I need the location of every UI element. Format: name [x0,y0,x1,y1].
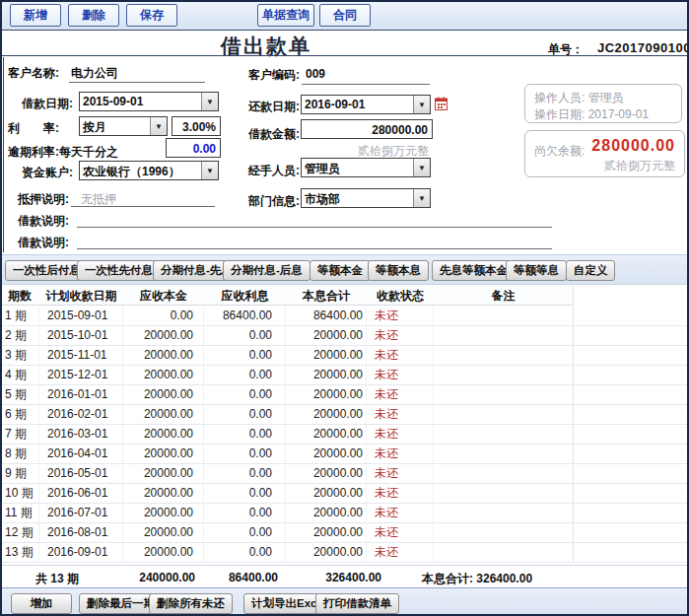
department-label: 部门信息: [248,193,300,210]
equal-amount-equal-interest-button[interactable]: 等额等息 [506,260,567,281]
custom-plan-button[interactable]: 自定义 [566,260,615,281]
cell-plan-date: 2015-11-01 [39,346,123,365]
cell-total: 20000.00 [286,523,367,542]
loan-note1-label: 借款说明: [18,213,69,230]
cell-status: 未还 [367,464,434,483]
table-row[interactable]: 12 期 2016-08-01 20000.00 0.00 20000.00 未… [0,523,689,543]
fund-account-select[interactable]: 农业银行（1996） ▼ [79,161,219,180]
loan-note2-field[interactable] [77,248,552,249]
cell-plan-date: 2016-08-01 [39,523,123,542]
loan-date-select[interactable]: 2015-09-01 ▼ [79,92,219,111]
handler-select[interactable]: 管理员 ▼ [301,158,431,177]
rate-value-input[interactable]: 3.00% [172,116,221,136]
print-loan-list-button[interactable]: 打印借款清单 [315,593,399,614]
cell-remark [434,307,574,325]
contract-button[interactable]: 合同 [319,4,371,27]
handler-label: 经手人员: [248,163,300,179]
col-status: 收款状态 [367,286,434,305]
overdue-rate-input[interactable]: 0.00 [166,138,221,158]
add-period-button[interactable]: 增加 [11,593,72,614]
loan-note2-label: 借款说明: [18,235,69,251]
delete-button[interactable]: 删除 [68,4,119,27]
cell-remark [434,366,574,384]
cell-plan-date: 2016-01-01 [39,385,123,404]
lumpsum-pre-interest-button[interactable]: 一次性先付息 [77,260,161,281]
equal-installment-button[interactable]: 等额本息 [368,260,429,281]
chevron-down-icon[interactable]: ▼ [413,159,430,176]
cell-principal: 20000.00 [123,445,204,463]
installment-post-interest-button[interactable]: 分期付息-后息 [223,260,310,281]
footer-grand-total: 本息合计: 326400.00 [422,571,532,587]
table-row[interactable]: 10 期 2016-06-01 20000.00 0.00 20000.00 未… [0,484,689,504]
customer-name-underline [69,82,205,83]
cell-total: 20000.00 [286,326,367,345]
chevron-down-icon[interactable]: ▼ [201,162,218,179]
balance-panel: 尚欠余额: 280000.00 贰拾捌万元整 [524,130,685,177]
cell-total: 86400.00 [286,307,367,325]
loan-note1-field[interactable] [77,227,552,228]
table-row[interactable]: 5 期 2016-01-01 20000.00 0.00 20000.00 未还 [0,385,689,405]
table-row[interactable]: 3 期 2015-11-01 20000.00 0.00 20000.00 未还 [0,346,689,366]
cell-principal: 20000.00 [123,366,204,384]
cell-remark [434,425,574,444]
footer-row-total: 326400.00 [296,571,381,584]
repay-date-value: 2016-09-01 [302,96,413,113]
cell-total: 20000.00 [286,504,367,522]
cell-plan-date: 2016-04-01 [39,445,123,463]
col-principal: 应收本金 [123,286,204,305]
calendar-icon[interactable] [435,97,448,110]
cell-remark [434,405,574,424]
title-divider [2,55,687,56]
equal-principal-button[interactable]: 等额本金 [310,260,371,281]
delete-all-unpaid-button[interactable]: 删除所有未还 [149,593,233,614]
rate-type-select[interactable]: 按月 ▼ [79,116,168,136]
cell-remark [434,523,574,542]
table-row[interactable]: 2 期 2015-10-01 20000.00 0.00 20000.00 未还 [0,326,689,346]
cell-interest: 0.00 [204,445,286,463]
table-row[interactable]: 7 期 2016-03-01 20000.00 0.00 20000.00 未还 [0,425,689,445]
cell-status: 未还 [367,385,434,404]
table-row[interactable]: 13 期 2016-09-01 20000.00 0.00 20000.00 未… [0,543,689,563]
form-left-border [3,57,4,252]
table-row[interactable]: 6 期 2016-02-01 20000.00 0.00 20000.00 未还 [0,405,689,425]
cell-total: 20000.00 [286,445,367,463]
chevron-down-icon[interactable]: ▼ [150,117,167,135]
loan-amount-input[interactable]: 280000.00 [301,119,433,139]
rate-label: 利 率: [8,120,59,137]
table-row[interactable]: 8 期 2016-04-01 20000.00 0.00 20000.00 未还 [0,445,689,464]
query-button[interactable]: 单据查询 [257,4,314,27]
table-row[interactable]: 9 期 2016-05-01 20000.00 0.00 20000.00 未还 [0,464,689,484]
cell-interest: 0.00 [204,366,286,384]
chevron-down-icon[interactable]: ▼ [201,93,218,110]
cell-principal: 0.00 [123,307,204,325]
loan-amount-label: 借款金额: [248,126,300,143]
pre-interest-equal-principal-button[interactable]: 先息等额本金 [432,260,516,281]
save-button[interactable]: 保存 [126,4,177,27]
cell-interest: 0.00 [204,504,286,522]
table-header: 期数 计划收款日期 应收本金 应收利息 本息合计 收款状态 备注 [0,286,574,306]
table-row[interactable]: 1 期 2015-09-01 0.00 86400.00 86400.00 未还 [0,307,689,326]
customer-code-value: 009 [306,67,325,81]
mortgage-field[interactable] [71,206,215,207]
cell-principal: 20000.00 [123,405,204,424]
cell-principal: 20000.00 [123,484,204,503]
cell-status: 未还 [367,307,434,325]
chevron-down-icon[interactable]: ▼ [413,96,430,113]
new-button[interactable]: 新增 [10,4,61,27]
cell-interest: 0.00 [204,543,286,562]
cell-plan-date: 2016-09-01 [39,543,123,562]
cell-interest: 0.00 [204,425,286,444]
balance-label: 尚欠余额: [534,143,585,160]
repay-date-select[interactable]: 2016-09-01 ▼ [301,95,431,114]
customer-code-label: 客户编码: [248,67,300,84]
cell-total: 20000.00 [286,543,367,562]
cell-remark [434,326,574,345]
mortgage-label: 抵押说明: [18,191,69,208]
cell-principal: 20000.00 [123,385,204,404]
chevron-down-icon[interactable]: ▼ [413,189,430,207]
department-select[interactable]: 市场部 ▼ [301,188,431,208]
cell-status: 未还 [367,543,434,562]
footer-period-count: 共 13 期 [35,571,79,587]
table-row[interactable]: 4 期 2015-12-01 20000.00 0.00 20000.00 未还 [0,366,689,385]
table-row[interactable]: 11 期 2016-07-01 20000.00 0.00 20000.00 未… [0,504,689,523]
